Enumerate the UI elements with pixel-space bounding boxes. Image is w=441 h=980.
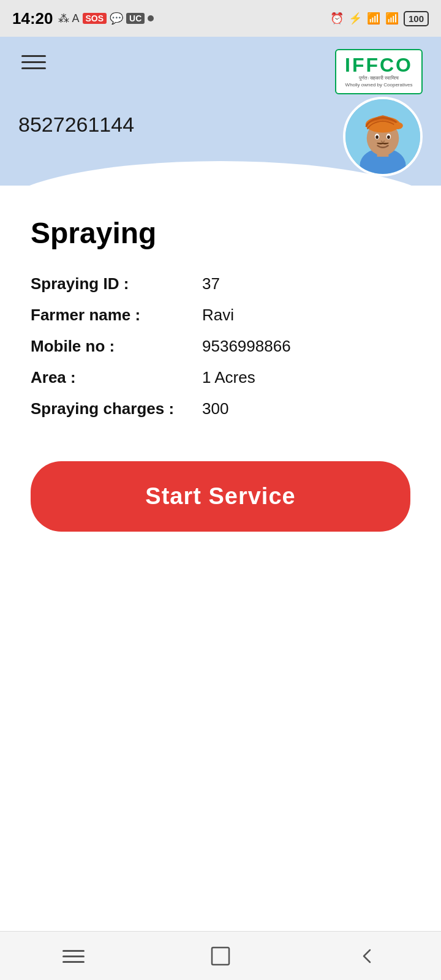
svg-rect-10 xyxy=(62,950,85,952)
dot-indicator xyxy=(148,15,154,21)
uc-badge: UC xyxy=(126,13,145,24)
phone-number: 8527261144 xyxy=(18,113,134,137)
mobile-no-value: 9536998866 xyxy=(202,337,291,356)
header: IFFCO पूर्णतः सहकारी स्वामित्व Wholly ow… xyxy=(0,37,441,186)
nav-home-icon[interactable] xyxy=(209,945,232,967)
farmer-name-row: Farmer name : Ravi xyxy=(31,300,410,331)
start-service-button[interactable]: Start Service xyxy=(31,461,410,532)
message-icon: 💬 xyxy=(110,12,123,25)
mobile-no-row: Mobile no : 9536998866 xyxy=(31,331,410,362)
svg-rect-11 xyxy=(62,956,85,957)
mobile-no-label: Mobile no : xyxy=(31,337,202,356)
nav-back-icon[interactable] xyxy=(356,945,379,967)
spraying-id-row: Spraying ID : 37 xyxy=(31,268,410,300)
area-label: Area : xyxy=(31,368,202,387)
bottom-navigation xyxy=(0,931,441,980)
wifi-icon: 📶 xyxy=(367,12,380,25)
iffco-subtext-line2: Wholly owned by Cooperatives xyxy=(345,81,413,88)
status-bar: 14:20 ⁂ A SOS 💬 UC ⏰ ⚡ 📶 📶 100 xyxy=(0,0,441,37)
hash-icon: ⁂ xyxy=(58,12,69,25)
hamburger-line-2 xyxy=(21,61,46,63)
spraying-charges-row: Spraying charges : 300 xyxy=(31,393,410,424)
svg-point-9 xyxy=(387,135,390,139)
header-top: IFFCO पूर्णतः सहकारी स्वामित्व Wholly ow… xyxy=(18,49,423,94)
signal-icon: 📶 xyxy=(385,12,399,25)
a-icon: A xyxy=(72,12,80,25)
svg-rect-12 xyxy=(62,961,85,963)
spraying-charges-label: Spraying charges : xyxy=(31,399,202,418)
hamburger-line-3 xyxy=(21,67,46,69)
section-title: Spraying xyxy=(31,216,410,250)
spraying-id-label: Spraying ID : xyxy=(31,274,202,293)
status-bar-right: ⏰ ⚡ 📶 📶 100 xyxy=(330,11,429,26)
svg-point-8 xyxy=(375,135,379,139)
spraying-charges-value: 300 xyxy=(202,399,228,418)
iffco-logo: IFFCO पूर्णतः सहकारी स्वामित्व Wholly ow… xyxy=(335,49,423,94)
spraying-id-value: 37 xyxy=(202,274,220,293)
nav-menu-icon[interactable] xyxy=(62,945,85,967)
svg-rect-13 xyxy=(212,948,229,965)
status-bar-left: 14:20 ⁂ A SOS 💬 UC xyxy=(12,9,154,28)
svg-point-5 xyxy=(394,123,403,129)
status-icons: ⁂ A SOS 💬 UC xyxy=(58,12,154,25)
battery-indicator: 100 xyxy=(404,11,429,26)
area-row: Area : 1 Acres xyxy=(31,362,410,393)
alarm-icon: ⏰ xyxy=(330,12,344,25)
info-table: Spraying ID : 37 Farmer name : Ravi Mobi… xyxy=(31,268,410,424)
main-content: Spraying Spraying ID : 37 Farmer name : … xyxy=(0,198,441,556)
status-time: 14:20 xyxy=(12,9,53,28)
farmer-name-value: Ravi xyxy=(202,306,234,325)
farmer-name-label: Farmer name : xyxy=(31,306,202,325)
avatar xyxy=(343,97,423,176)
sos-badge: SOS xyxy=(83,13,107,24)
area-value: 1 Acres xyxy=(202,368,255,387)
bluetooth-icon: ⚡ xyxy=(349,12,362,25)
hamburger-line-1 xyxy=(21,55,46,57)
iffco-brand-text: IFFCO xyxy=(345,55,413,75)
hamburger-menu[interactable] xyxy=(18,52,49,72)
